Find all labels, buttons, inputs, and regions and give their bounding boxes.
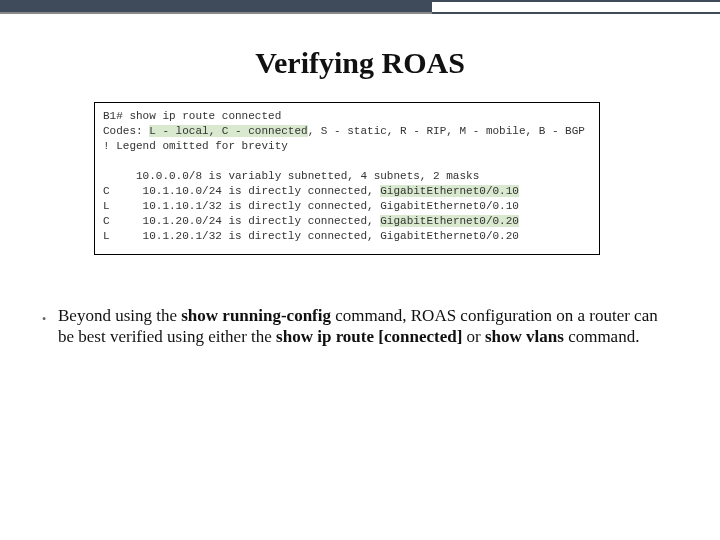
route-row: L 10.1.20.1/32 is directly connected, Gi…	[103, 230, 519, 242]
interface-highlight: GigabitEthernet0/0.20	[380, 215, 519, 227]
bullet-text: Beyond using the show running-config com…	[58, 305, 670, 348]
route-row: C 10.1.10.0/24 is directly connected, Gi…	[103, 185, 519, 197]
page-title: Verifying ROAS	[28, 46, 692, 80]
bullet-item: • Beyond using the show running-config c…	[28, 305, 692, 348]
terminal-output: B1# show ip route connected Codes: L - l…	[94, 102, 600, 255]
legend-line: ! Legend omitted for brevity	[103, 140, 288, 152]
stripe-dark	[0, 0, 432, 14]
summary-line: 10.0.0.0/8 is variably subnetted, 4 subn…	[103, 170, 479, 182]
bullet-dot-icon: •	[42, 305, 58, 348]
codes-line: Codes: L - local, C - connected, S - sta…	[103, 125, 585, 137]
terminal-prompt: B1# show ip route connected	[103, 110, 281, 122]
stripe-light	[432, 0, 720, 14]
cmd-show-ip-route: show ip route [connected]	[276, 327, 462, 346]
route-row: L 10.1.10.1/32 is directly connected, Gi…	[103, 200, 519, 212]
cmd-show-running-config: show running-config	[181, 306, 331, 325]
interface-highlight: GigabitEthernet0/0.10	[380, 185, 519, 197]
route-row: C 10.1.20.0/24 is directly connected, Gi…	[103, 215, 519, 227]
top-stripe	[0, 0, 720, 14]
codes-highlight: L - local, C - connected	[149, 125, 307, 137]
cmd-show-vlans: show vlans	[485, 327, 564, 346]
